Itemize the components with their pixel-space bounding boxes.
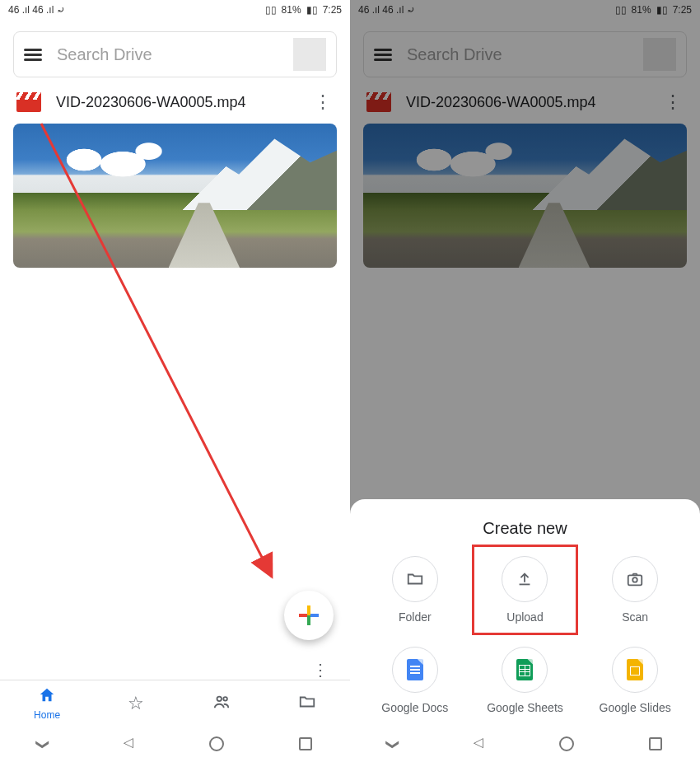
android-nav: ❯ ▷ [350, 726, 700, 762]
nav-shared[interactable] [212, 693, 231, 714]
android-back-icon[interactable]: ▷ [124, 736, 133, 752]
svg-point-1 [217, 696, 222, 701]
wifi-icon: ⤾ [57, 4, 65, 16]
option-upload[interactable]: Upload [470, 556, 581, 624]
phone-right: 46 .ıl 46 .ıl ⤾ ▯▯ 81% ▮▯ 7:25 Search Dr… [350, 0, 700, 762]
android-home-icon[interactable] [209, 736, 224, 751]
option-scan-label: Scan [622, 610, 648, 624]
option-docs[interactable]: Google Docs [360, 647, 470, 714]
sheets-icon [516, 659, 533, 680]
star-icon: ☆ [128, 694, 144, 713]
signal-icon: 46 .ıl 46 .ıl [8, 4, 54, 16]
account-avatar[interactable] [293, 38, 326, 71]
file-name: VID-20230606-WA0005.mp4 [56, 94, 309, 111]
svg-point-4 [632, 577, 637, 582]
android-back-icon[interactable]: ▷ [474, 736, 483, 752]
android-nav: ❯ ▷ [0, 726, 350, 762]
nav-starred[interactable]: ☆ [128, 694, 144, 713]
status-bar: 46 .ıl 46 .ıl ⤾ ▯▯ 81% ▮▯ 7:25 [0, 0, 350, 20]
svg-rect-3 [628, 575, 642, 585]
option-upload-label: Upload [506, 610, 543, 624]
hamburger-icon[interactable] [24, 46, 42, 63]
vibrate-icon: ▯▯ [265, 4, 277, 16]
option-sheets[interactable]: Google Sheets [470, 647, 581, 714]
option-docs-label: Google Docs [381, 701, 448, 714]
option-folder-label: Folder [399, 610, 432, 624]
docs-icon [407, 659, 423, 680]
nav-files[interactable] [298, 693, 316, 714]
people-icon [212, 693, 231, 714]
clock: 7:25 [323, 4, 342, 16]
nav-home[interactable]: Home [34, 686, 60, 721]
plus-icon [299, 605, 319, 625]
android-recent-icon[interactable] [649, 737, 662, 750]
more-icon[interactable]: ⋮ [312, 660, 329, 680]
android-chevron-icon[interactable]: ❯ [35, 739, 51, 750]
folder-icon [298, 693, 316, 714]
file-more-icon[interactable]: ⋮ [309, 93, 337, 111]
video-file-icon [16, 92, 41, 112]
option-slides-label: Google Slides [600, 701, 671, 714]
battery-icon: ▮▯ [306, 4, 318, 16]
phone-left: 46 .ıl 46 .ıl ⤾ ▯▯ 81% ▮▯ 7:25 Search Dr… [0, 0, 350, 762]
option-sheets-label: Google Sheets [487, 701, 563, 714]
search-bar[interactable]: Search Drive [13, 31, 337, 77]
file-row[interactable]: VID-20230606-WA0005.mp4 ⋮ [0, 86, 350, 117]
option-folder[interactable]: Folder [360, 556, 470, 624]
svg-point-2 [223, 697, 227, 701]
slides-icon [627, 659, 643, 680]
option-scan[interactable]: Scan [580, 556, 690, 624]
home-icon [38, 686, 56, 708]
video-thumbnail[interactable] [13, 124, 337, 268]
android-home-icon[interactable] [559, 736, 574, 751]
fab-create-button[interactable] [284, 591, 334, 640]
search-placeholder: Search Drive [57, 45, 278, 64]
battery-percent: 81% [282, 4, 301, 16]
option-slides[interactable]: Google Slides [580, 647, 690, 714]
sheet-title: Create new [360, 519, 690, 538]
nav-home-label: Home [34, 709, 60, 721]
bottom-nav: Home ☆ [0, 680, 350, 726]
create-new-sheet: Create new Folder Upload Scan Google Doc… [350, 499, 700, 726]
android-recent-icon[interactable] [299, 737, 312, 750]
android-chevron-icon[interactable]: ❯ [385, 739, 401, 750]
